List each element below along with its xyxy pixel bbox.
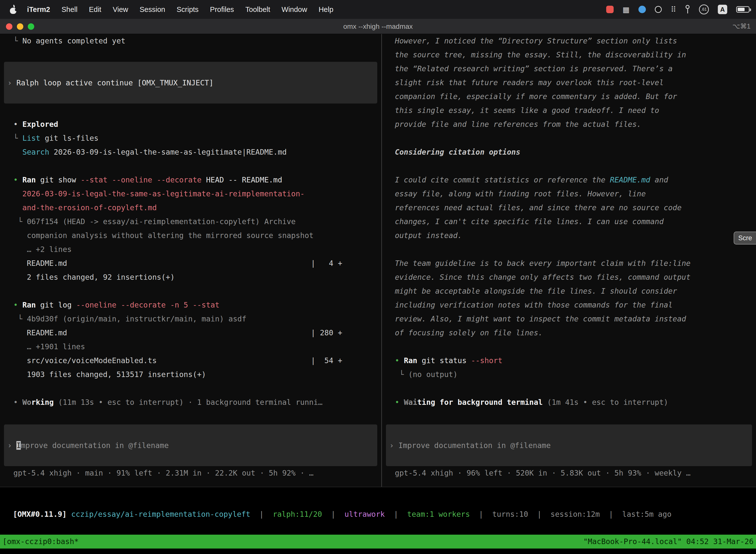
reasoning-paragraph: essay file, along with finding root file… xyxy=(382,187,756,242)
menu-item-session[interactable]: Session xyxy=(134,5,171,14)
omx-last: last:5m ago xyxy=(622,510,672,518)
apple-menu-icon[interactable] xyxy=(6,4,21,14)
tmux-status-bar: [omx-cczip0:bash* "MacBook-Pro-44.local"… xyxy=(0,535,756,549)
spacer xyxy=(0,104,381,117)
diffstat-line: README.md| 4 + xyxy=(0,257,342,270)
omx-branch: cczip/essay/ai-reimplementation-copyleft xyxy=(71,510,250,518)
text-line: references need actual files, and since … xyxy=(382,201,756,215)
window-title-bar[interactable]: omx --xhigh --madmax ⌥⌘1 xyxy=(0,19,756,34)
tmux-session-label: [omx-cczip0:bash* xyxy=(2,535,79,549)
window-title: omx --xhigh --madmax xyxy=(0,19,756,34)
tree-branch-glyph: └ xyxy=(13,37,22,45)
reasoning-heading: Considering citation options xyxy=(382,145,756,159)
omx-session: session:12m xyxy=(551,510,600,518)
command-output-line: └ 4b9d30f (origin/main, instructkr/main,… xyxy=(0,312,381,326)
menu-item-view[interactable]: View xyxy=(107,5,134,14)
text-line: might be acceptable alongside the file l… xyxy=(382,284,756,298)
menu-item-scripts[interactable]: Scripts xyxy=(171,5,204,14)
working-status-line: • Working (11m 13s • esc to interrupt) ·… xyxy=(0,395,381,409)
menu-bar: iTerm2 Shell Edit View Session Scripts P… xyxy=(0,0,756,19)
tmux-host-clock: "MacBook-Pro-44.local" 04:52 31-Mar-26 xyxy=(583,535,754,549)
bullet-icon: • xyxy=(13,300,22,309)
diffstat-line: src/voice/voiceModeEnabled.ts| 54 + xyxy=(0,354,342,368)
menu-item-iterm2[interactable]: iTerm2 xyxy=(21,5,56,14)
spacer xyxy=(0,382,381,395)
text-line: including verification notes with those … xyxy=(382,298,756,312)
spacer xyxy=(0,48,381,62)
app-status-round-icon[interactable] xyxy=(655,6,662,13)
left-pane[interactable]: └ No agents completed yet › Ralph loop a… xyxy=(0,34,381,487)
prompt-input-left[interactable]: › Improve documentation in @filename xyxy=(4,425,377,466)
text-line: this single essay, it seems like a good … xyxy=(382,104,756,117)
text-line: companion file, especially if more comme… xyxy=(382,90,756,104)
screen-recording-indicator-icon[interactable] xyxy=(606,6,614,13)
ran-git-log-line: • Ran git log --oneline --decorate -n 5 … xyxy=(0,298,381,312)
text-line: of focusing solely on file lines. xyxy=(382,326,756,340)
text-line: changes, I can't cite specific file line… xyxy=(382,215,756,229)
text-line: The team guideline is to back every impo… xyxy=(382,257,756,270)
spacer xyxy=(0,409,381,425)
right-pane[interactable]: However, I noticed the “Directory Struct… xyxy=(382,34,756,487)
spacer xyxy=(382,159,756,173)
omx-team: team:1 workers xyxy=(407,510,470,518)
dots-grid-icon[interactable]: ⠿ xyxy=(671,5,676,14)
prompt-input-right[interactable]: › Improve documentation in @filename xyxy=(386,425,752,466)
text-line: the “Related research writing” section i… xyxy=(382,62,756,76)
menu-item-profiles[interactable]: Profiles xyxy=(204,5,240,14)
reasoning-line-with-link: I could cite commit statistics or refere… xyxy=(382,173,756,187)
menu-item-edit[interactable]: Edit xyxy=(83,5,107,14)
diffstat-summary-line: 1903 files changed, 513517 insertions(+) xyxy=(0,368,381,382)
input-source-icon[interactable]: A xyxy=(718,5,727,14)
spacer xyxy=(382,131,756,145)
password-key-icon[interactable] xyxy=(685,5,690,14)
omx-mode: ultrawork xyxy=(344,510,385,518)
text-line: output instead. xyxy=(382,229,756,242)
diffstat-line: README.md| 280 + xyxy=(0,326,342,340)
ran-git-status-line: • Ran git status --short xyxy=(382,354,756,368)
tree-branch-glyph: └ xyxy=(13,134,22,143)
bullet-icon: • xyxy=(13,120,22,128)
command-output-more-line: … +2 lines xyxy=(0,242,381,257)
text-line: evidence. Since this change only affects… xyxy=(382,270,756,284)
ran-git-show-line: • Ran git show --stat --oneline --decora… xyxy=(0,173,381,187)
prompt-chevron-icon: › xyxy=(7,78,16,87)
command-output-line: └ 067f154 (HEAD -> essay/ai-reimplementa… xyxy=(0,215,381,229)
menu-item-toolbelt[interactable]: Toolbelt xyxy=(240,5,276,14)
agents-note-line: └ No agents completed yet xyxy=(0,34,381,48)
prompt-chevron-icon: › xyxy=(7,441,16,450)
bullet-icon: • xyxy=(13,398,22,406)
omx-status-bar: [OMX#0.11.9] cczip/essay/ai-reimplementa… xyxy=(0,493,756,507)
prompt-chevron-icon: › xyxy=(389,441,398,450)
command-arg-wrap-line: and-the-erosion-of-copyleft.md xyxy=(0,201,381,215)
bullet-icon: • xyxy=(13,175,22,184)
command-output-line: companion analysis without altering the … xyxy=(0,229,381,242)
command-arg-wrap-line: 2026-03-09-is-legal-the-same-as-legitima… xyxy=(0,187,381,201)
explored-search-line: Search 2026-03-09-is-legal-the-same-as-l… xyxy=(0,145,381,159)
menu-item-shell[interactable]: Shell xyxy=(56,5,83,14)
command-output-line: └ (no output) xyxy=(382,368,756,382)
text-line: slight risk that future readers may over… xyxy=(382,76,756,90)
text-line: provide file and line references from th… xyxy=(382,117,756,131)
text-line: review. Also, I might want to inspect th… xyxy=(382,312,756,326)
spacer xyxy=(382,409,756,425)
menu-items: iTerm2 Shell Edit View Session Scripts P… xyxy=(6,4,339,14)
app-status-blue-icon[interactable] xyxy=(638,6,646,13)
menu-item-help[interactable]: Help xyxy=(313,5,339,14)
spacer xyxy=(0,284,381,298)
battery-gauge-icon[interactable]: .61 xyxy=(699,4,709,14)
window-shortcut-label: ⌥⌘1 xyxy=(733,19,751,34)
text-cursor: I xyxy=(16,441,21,450)
waiting-status-line: • Waiting for background terminal (1m 41… xyxy=(382,395,756,409)
battery-icon[interactable] xyxy=(736,6,750,13)
menu-item-window[interactable]: Window xyxy=(276,5,313,14)
pane-bottom-divider xyxy=(0,487,756,487)
omx-turns: turns:10 xyxy=(492,510,528,518)
text-line: However, I noticed the “Directory Struct… xyxy=(382,34,756,48)
reasoning-paragraph: However, I noticed the “Directory Struct… xyxy=(382,34,756,131)
spacer xyxy=(382,382,756,395)
omx-ralph-count: ralph:11/20 xyxy=(273,510,322,518)
window-grid-icon[interactable]: ▦ xyxy=(623,5,630,14)
screen-share-badge[interactable]: Scre xyxy=(734,232,756,244)
reasoning-paragraph: The team guideline is to back every impo… xyxy=(382,257,756,340)
text-line: essay file, along with finding root file… xyxy=(382,187,756,201)
